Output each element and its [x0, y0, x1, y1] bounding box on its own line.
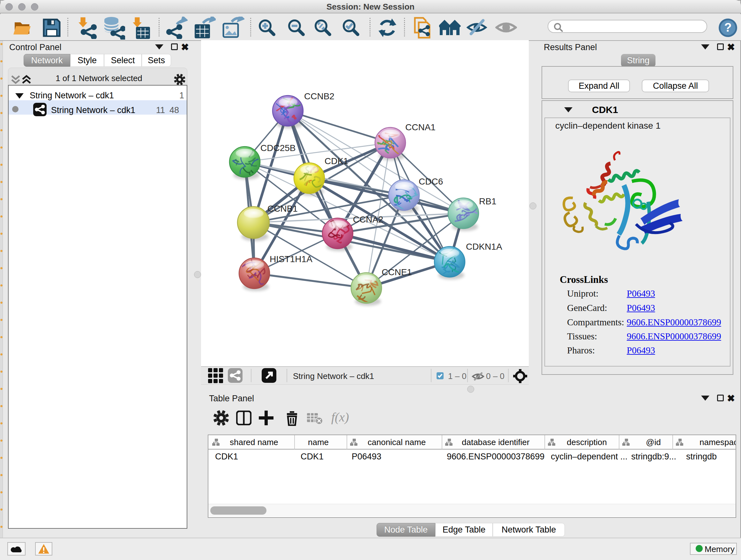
- svg-text:name: name: [308, 437, 329, 447]
- svg-text:CCNB2: CCNB2: [304, 91, 334, 101]
- svg-text:CDC6: CDC6: [419, 177, 443, 186]
- svg-text:database identifier: database identifier: [462, 437, 530, 447]
- svg-text:CCNA1: CCNA1: [405, 122, 435, 132]
- svg-text:?: ?: [724, 21, 731, 34]
- svg-text:9606.ENSP00000378699: 9606.ENSP00000378699: [447, 452, 544, 461]
- svg-text:shared name: shared name: [230, 437, 278, 447]
- svg-text:CCNB1: CCNB1: [267, 204, 298, 213]
- svg-text:stringdb:9...: stringdb:9...: [631, 452, 676, 461]
- svg-text:P06493: P06493: [352, 452, 381, 461]
- svg-text:CDC25B: CDC25B: [260, 143, 295, 153]
- svg-text:canonical name: canonical name: [367, 437, 426, 447]
- svg-text:CDK1: CDK1: [300, 452, 324, 461]
- svg-text:cyclin–dependent ...: cyclin–dependent ...: [551, 452, 627, 461]
- svg-text:RB1: RB1: [479, 196, 496, 206]
- svg-text:namespac: namespac: [699, 437, 736, 447]
- svg-text:CCNE1: CCNE1: [382, 267, 412, 277]
- svg-text:CDKN1A: CDKN1A: [466, 242, 502, 252]
- svg-text:stringdb: stringdb: [686, 452, 717, 461]
- svg-text:CDK1: CDK1: [325, 156, 348, 166]
- svg-text:CDK1: CDK1: [215, 452, 238, 461]
- svg-text:description: description: [567, 437, 607, 447]
- svg-text:HIST1H1A: HIST1H1A: [270, 254, 313, 264]
- svg-text:@id: @id: [646, 437, 661, 447]
- svg-text:CCNA2: CCNA2: [353, 214, 383, 225]
